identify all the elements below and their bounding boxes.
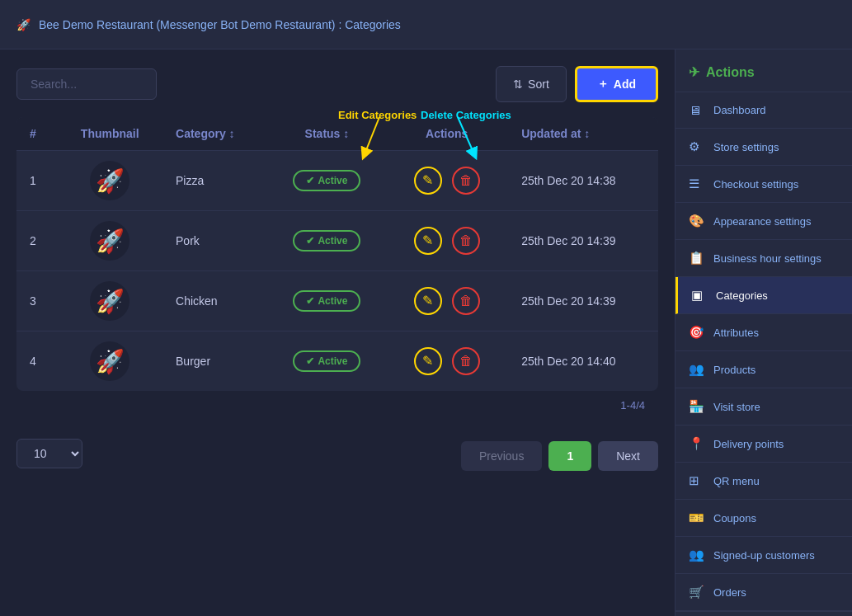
cell-thumbnail: 🚀 (57, 211, 162, 271)
col-category: Category ↕ (162, 117, 269, 151)
delete-button-3[interactable]: 🗑 (452, 287, 480, 315)
col-updated: Updated at ↕ (508, 117, 658, 151)
thumbnail-image: 🚀 (90, 221, 129, 261)
cell-actions: ✎ 🗑 (385, 332, 508, 392)
sidebar-item-appearance-settings[interactable]: 🎨 Appearance settings (675, 203, 852, 240)
header-icon: 🚀 (16, 18, 31, 31)
thumbnail-image: 🚀 (90, 341, 129, 381)
business-hour-settings-icon: 📋 (689, 251, 705, 266)
search-input[interactable] (16, 68, 157, 100)
table-row: 1 🚀 Pizza ✔ Active ✎ 🗑 25th Dec 20 14:38 (16, 151, 658, 211)
delete-button-4[interactable]: 🗑 (452, 347, 480, 375)
cell-id: 4 (16, 332, 57, 392)
sidebar-item-label: Coupons (713, 512, 756, 524)
delete-button-2[interactable]: 🗑 (452, 227, 480, 255)
add-button[interactable]: ＋ Add (575, 66, 658, 102)
cell-category: Chicken (162, 271, 269, 332)
sidebar-item-label: Signed-up customers (713, 549, 815, 562)
sidebar-item-label: Products (713, 364, 756, 376)
status-badge: ✔ Active (293, 170, 360, 191)
header-title: Bee Demo Restaurant (Messenger Bot Demo … (39, 18, 401, 31)
sidebar-item-signed-up-customers[interactable]: 👥 Signed-up customers (675, 537, 852, 574)
edit-button-4[interactable]: ✎ (414, 347, 442, 375)
add-label: Add (614, 78, 636, 91)
sidebar-item-dashboard[interactable]: 🖥 Dashboard (675, 92, 852, 129)
header: 🚀 Bee Demo Restaurant (Messenger Bot Dem… (0, 0, 852, 49)
sort-icon: ⇅ (513, 78, 523, 91)
cell-status: ✔ Active (269, 271, 386, 332)
sidebar-item-label: Business hour settings (713, 252, 821, 265)
table-row: 3 🚀 Chicken ✔ Active ✎ 🗑 25th Dec 20 14:… (16, 271, 658, 332)
edit-button-2[interactable]: ✎ (414, 227, 442, 255)
cell-updated: 25th Dec 20 14:40 (508, 332, 658, 392)
cell-status: ✔ Active (269, 211, 386, 271)
sort-button[interactable]: ⇅ Sort (496, 66, 567, 102)
status-badge: ✔ Active (293, 350, 360, 372)
col-actions: Actions (385, 117, 508, 151)
sidebar-item-products[interactable]: 👥 Products (675, 351, 852, 388)
sidebar-item-label: Delivery points (713, 438, 784, 450)
table-row: 4 🚀 Burger ✔ Active ✎ 🗑 25th Dec 20 14:4… (16, 332, 658, 392)
sidebar-item-checkout-settings[interactable]: ☰ Checkout settings (675, 166, 852, 203)
cell-thumbnail: 🚀 (57, 151, 162, 211)
sidebar-item-delivery-points[interactable]: 📍 Delivery points (675, 426, 852, 463)
sort-label: Sort (528, 78, 549, 91)
per-page-select[interactable]: 102550100 (16, 439, 82, 468)
cell-id: 2 (16, 211, 57, 271)
sidebar-item-label: Dashboard (713, 104, 766, 116)
col-thumbnail: Thumbnail (57, 117, 162, 151)
thumbnail-image: 🚀 (90, 161, 129, 200)
sidebar-item-visit-store[interactable]: 🏪 Visit store (675, 388, 852, 426)
sidebar: ✈ Actions 🖥 Dashboard ⚙ Store settings ☰… (675, 49, 852, 616)
delete-button-1[interactable]: 🗑 (452, 167, 480, 195)
cell-status: ✔ Active (269, 332, 386, 392)
sidebar-item-qr-menu[interactable]: ⊞ QR menu (675, 463, 852, 500)
status-dot-icon: ✔ (306, 295, 314, 307)
sidebar-item-orders[interactable]: 🛒 Orders (675, 574, 852, 611)
sidebar-item-categories[interactable]: ▣ Categories (675, 277, 852, 314)
next-button[interactable]: Next (598, 441, 658, 471)
cell-updated: 25th Dec 20 14:38 (508, 151, 658, 211)
cell-id: 3 (16, 271, 57, 332)
cell-actions: ✎ 🗑 (385, 271, 508, 332)
actions-icon: ✈ (689, 64, 699, 80)
checkout-settings-icon: ☰ (689, 176, 705, 191)
categories-table: # Thumbnail Category ↕ Status ↕ Actions … (16, 117, 658, 391)
pagination: Previous 1 Next (461, 441, 658, 471)
sidebar-item-label: Store settings (713, 141, 779, 153)
cell-thumbnail: 🚀 (57, 271, 162, 332)
sidebar-item-store-settings[interactable]: ⚙ Store settings (675, 129, 852, 166)
previous-button[interactable]: Previous (461, 441, 542, 471)
edit-button-1[interactable]: ✎ (414, 167, 442, 195)
appearance-settings-icon: 🎨 (689, 214, 705, 228)
status-dot-icon: ✔ (306, 235, 314, 247)
signed-up-customers-icon: 👥 (689, 548, 705, 562)
coupons-icon: 🎫 (689, 510, 705, 525)
page-1-button[interactable]: 1 (548, 441, 591, 471)
sidebar-item-business-hour-settings[interactable]: 📋 Business hour settings (675, 240, 852, 277)
edit-button-3[interactable]: ✎ (414, 287, 442, 315)
cell-category: Pizza (162, 151, 269, 211)
sidebar-item-label: Categories (716, 289, 768, 302)
pagination-info: 1-4/4 (16, 391, 658, 420)
sidebar-search-area (675, 611, 852, 616)
col-number: # (16, 117, 57, 151)
status-badge: ✔ Active (293, 230, 360, 252)
sidebar-item-label: Orders (713, 586, 746, 599)
orders-icon: 🛒 (689, 585, 705, 600)
content-area: ⇅ Sort ＋ Add Edit Categories Delete Cate… (0, 49, 675, 616)
cell-id: 1 (16, 151, 57, 211)
sidebar-item-coupons[interactable]: 🎫 Coupons (675, 500, 852, 537)
sidebar-item-attributes[interactable]: 🎯 Attributes (675, 314, 852, 351)
qr-menu-icon: ⊞ (689, 473, 705, 488)
add-icon: ＋ (597, 77, 609, 92)
dashboard-icon: 🖥 (689, 103, 705, 117)
categories-icon: ▣ (691, 288, 708, 303)
status-dot-icon: ✔ (306, 355, 314, 367)
sidebar-item-label: Attributes (713, 327, 759, 339)
table-row: 2 🚀 Pork ✔ Active ✎ 🗑 25th Dec 20 14:39 (16, 211, 658, 271)
per-page-selector: 102550100 (16, 439, 82, 468)
pagination-info-text: 1-4/4 (620, 399, 645, 411)
delivery-points-icon: 📍 (689, 436, 705, 451)
cell-category: Pork (162, 211, 269, 271)
